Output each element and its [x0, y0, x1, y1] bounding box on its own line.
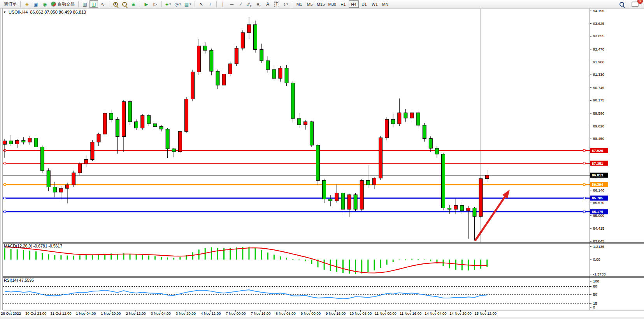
macd-histogram-bar — [280, 256, 281, 260]
indicators-button[interactable]: +▾ — [164, 0, 172, 8]
timeframe-m30[interactable]: M30 — [327, 0, 338, 8]
macd-histogram-bar — [179, 257, 181, 260]
line-handle — [583, 183, 585, 185]
macd-histogram-bar — [255, 248, 256, 260]
time-tick-label: 1 Nov 04:00 — [76, 311, 96, 316]
cursor-button[interactable]: ↖ — [197, 0, 205, 8]
horizontal-line-button[interactable]: ─ — [228, 0, 236, 8]
macd-histogram-bar — [374, 260, 375, 270]
candle-down — [297, 119, 301, 125]
macd-histogram-bar — [292, 259, 293, 260]
candle-down — [423, 125, 426, 138]
market-watch-icon[interactable]: ◈ — [23, 0, 31, 8]
line-handle — [4, 183, 6, 185]
search-button[interactable] — [618, 0, 626, 8]
candle-up — [197, 46, 201, 72]
template-icon: ▤ — [184, 2, 189, 7]
candle-up — [28, 138, 32, 142]
macd-histogram-bar — [148, 256, 149, 260]
candle-up — [372, 178, 376, 185]
autotrading-button[interactable]: 自动交易 — [49, 0, 76, 8]
text-button[interactable]: A — [263, 0, 272, 8]
rsi-tick-label: 80 — [593, 284, 597, 288]
candle-down — [442, 154, 445, 208]
macd-histogram-bar — [167, 258, 168, 260]
chevron-down-icon: ▾ — [286, 2, 288, 6]
chart-dropdown-arrow[interactable]: ▼ — [3, 10, 6, 14]
candle-down — [135, 122, 138, 128]
candle-down — [272, 70, 276, 78]
timeframe-h1[interactable]: H1 — [338, 0, 348, 8]
timeframe-m15[interactable]: M15 — [315, 0, 326, 8]
templates-button[interactable]: ▤▾ — [183, 0, 193, 8]
candle-down — [291, 83, 295, 119]
notifications-button[interactable]: 1 — [630, 0, 640, 8]
macd-histogram-bar — [217, 248, 218, 260]
auto-scroll-button[interactable]: ▶ — [142, 0, 151, 8]
zoom-out-button[interactable]: − — [120, 0, 129, 8]
candle-up — [84, 159, 88, 164]
time-tick-label: 10 Nov 08:00 — [350, 311, 372, 316]
candle-up — [97, 134, 100, 142]
equidistant-channel-button[interactable]: ∕∕E — [246, 0, 254, 8]
vertical-line-button[interactable]: │ — [219, 0, 227, 8]
trendline-button[interactable]: ∕ — [237, 0, 245, 8]
candle-down — [391, 119, 395, 124]
time-tick-label: 9 Nov 00:00 — [301, 311, 321, 316]
candle-up — [103, 113, 107, 134]
timeframe-m1[interactable]: M1 — [294, 0, 304, 8]
candle-up — [347, 195, 351, 209]
timeframe-mn[interactable]: MN — [380, 0, 390, 8]
candle-up — [410, 113, 414, 118]
fibonacci-button[interactable]: ≡F — [254, 0, 263, 8]
price-tag-label: 87.926 — [592, 148, 603, 153]
tile-windows-button[interactable]: ⊞ — [129, 0, 138, 8]
price-tick-label: 93.055 — [593, 34, 604, 38]
price-tick-label: 89.020 — [593, 124, 604, 128]
candle-up — [228, 64, 232, 74]
candle-down — [448, 208, 451, 209]
macd-histogram-bar — [367, 260, 369, 272]
chart-surface[interactable]: 94.19593.62593.05592.47091.90091.33090.7… — [0, 9, 644, 319]
toolbar-right-group: 1 — [618, 0, 640, 8]
periods-button[interactable]: ◷▾ — [173, 0, 182, 8]
crosshair-button[interactable]: + — [206, 0, 214, 8]
macd-histogram-bar — [67, 256, 68, 260]
timeframe-h4[interactable]: H4 — [349, 0, 359, 8]
macd-histogram-bar — [35, 251, 37, 260]
data-window-icon[interactable]: ▣ — [32, 0, 40, 8]
candle-up — [360, 180, 363, 209]
chevron-down-icon: ▾ — [169, 2, 171, 6]
macd-histogram-bar — [305, 260, 306, 261]
text-label-button[interactable]: T — [272, 0, 281, 8]
rsi-label: RSI(14) 47.5595 — [4, 278, 34, 282]
bar-chart-button[interactable]: ▥ — [81, 0, 89, 8]
zoom-in-button[interactable]: + — [111, 0, 120, 8]
arrows-shapes-button[interactable]: ↕▾ — [281, 0, 290, 8]
candle-up — [279, 68, 282, 78]
timeframe-w1[interactable]: W1 — [370, 0, 380, 8]
candle-up — [72, 173, 75, 185]
timeframe-m5[interactable]: M5 — [305, 0, 315, 8]
timeframe-d1[interactable]: D1 — [359, 0, 369, 8]
candle-down — [40, 147, 44, 171]
candlestick-button[interactable]: ◫ — [89, 0, 98, 8]
navigator-icon[interactable]: ◉ — [40, 0, 49, 8]
price-tick-label: 84.415 — [593, 226, 604, 230]
candle-up — [184, 99, 188, 132]
macd-histogram-bar — [161, 257, 162, 260]
chart-title: ▼ USOil-,H4 86.662 87.050 86.499 86.813 — [3, 10, 86, 14]
ohlc-values: 86.662 87.050 86.499 86.813 — [30, 10, 86, 14]
macd-histogram-bar — [23, 250, 24, 260]
line-handle — [4, 162, 6, 164]
line-chart-button[interactable]: ∿ — [98, 0, 107, 8]
candle-up — [485, 175, 489, 179]
clock-icon: ◷ — [174, 2, 178, 7]
time-tick-label: 1 Nov 20:00 — [101, 311, 121, 316]
chart-window: 94.19593.62593.05592.47091.90091.33090.7… — [0, 9, 644, 319]
macd-histogram-bar — [136, 255, 137, 260]
chart-shift-button[interactable]: ▷ — [151, 0, 160, 8]
symbol-period-label: USOil-,H4 — [9, 10, 28, 14]
candle-down — [366, 180, 370, 185]
new-order-button[interactable]: 新订单 — [2, 0, 18, 8]
